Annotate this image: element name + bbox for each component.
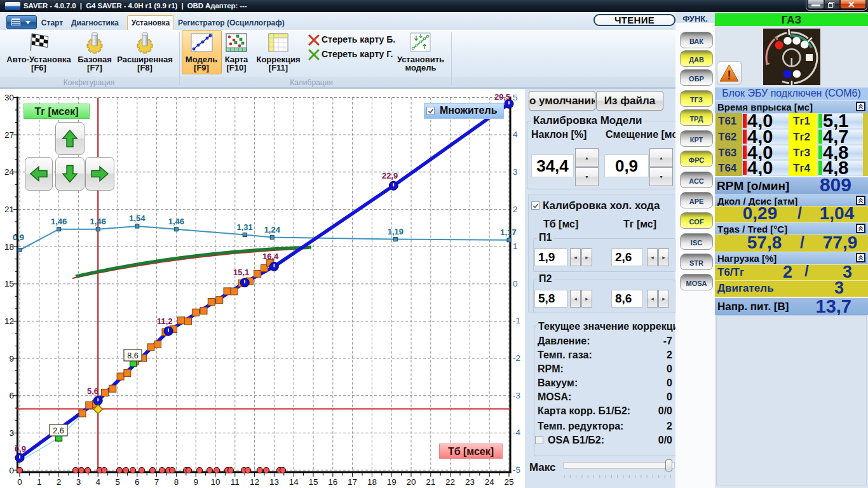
svg-text:!: ! [727,68,731,82]
